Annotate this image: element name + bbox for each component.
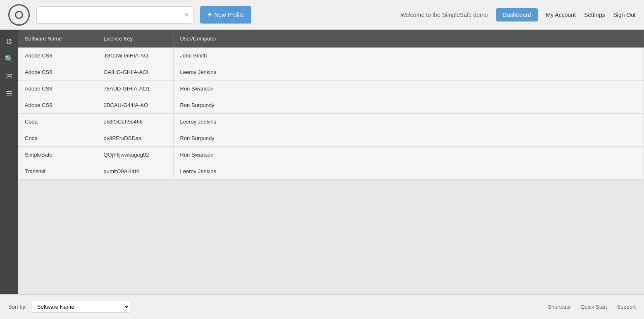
cell-extra [250,130,644,147]
col-header-extra [250,30,644,48]
cell-software-name: Transmit [18,163,97,180]
col-header-user-computer: User/Computer [173,30,250,48]
table-row[interactable]: Coda ek8f9iCeh9e466 Leeroy Jenkins [18,114,644,130]
dashboard-button[interactable]: Dashboard [496,8,538,21]
cell-user-computer: Ron Burgundy [173,130,250,147]
cell-extra [250,48,644,64]
cell-extra [250,163,644,180]
sort-by-label: Sort by: [8,304,27,310]
cell-user-computer: Leeroy Jenkins [173,114,250,130]
cell-licence-key: ek8f9iCeh9e466 [97,114,173,130]
cell-licence-key: OAIHG-GIHIA-AOI [97,64,173,81]
cell-extra [250,114,644,130]
col-header-software-name: Software Name [18,30,97,48]
quick-start-link[interactable]: Quick Start [580,304,607,310]
cell-user-computer: Ron Swanson [173,81,250,97]
plus-icon: + [208,10,212,19]
software-table: Software Name Licence Key User/Computer … [18,30,644,180]
cell-extra [250,147,644,163]
settings-link[interactable]: Settings [584,12,605,18]
clear-icon[interactable]: ✕ [184,11,189,19]
cell-software-name: Coda [18,114,97,130]
welcome-text: Welcome to the SimpleSafe demo [401,12,488,18]
cell-user-computer: Ron Burgundy [173,97,250,114]
cell-software-name: Adobe CS6 [18,64,97,81]
logo-inner [15,11,23,19]
footer: Sort by: Software NameLicence KeyUser/Co… [0,294,644,319]
shortcuts-link[interactable]: Shortcuts [548,304,570,310]
search-input[interactable] [41,12,184,18]
my-account-link[interactable]: My Account [546,12,576,18]
search-container: ✕ [36,6,193,24]
header: ✕ + New Profile Welcome to the SimpleSaf… [0,0,644,30]
table-row[interactable]: Coda dv8PEruDSDas Ron Burgundy [18,130,644,147]
cell-user-computer: Leeroy Jenkins [173,163,250,180]
cell-software-name: Adobe CS6 [18,81,97,97]
new-profile-button[interactable]: + New Profile [200,6,251,24]
header-nav: Welcome to the SimpleSafe demo Dashboard… [401,8,636,21]
cell-licence-key: qumitO9Aj4at4 [97,163,173,180]
cell-software-name: SimpleSafe [18,147,97,163]
sign-out-link[interactable]: Sign Out [613,12,636,18]
sidebar-search-icon[interactable]: 🔍 [1,51,17,67]
table-row[interactable]: Adobe CS6 OAIHG-GIHIA-AOI Leeroy Jenkins [18,64,644,81]
table-header-row: Software Name Licence Key User/Computer [18,30,644,48]
cell-extra [250,81,644,97]
cell-user-computer: Ron Swanson [173,147,250,163]
cell-software-name: Adobe CS6 [18,48,97,64]
sidebar: ⚙ 🔍 ✉ ☰ [0,30,18,294]
table-row[interactable]: Adobe CS6 0BCAU-G44IA-AO Ron Burgundy [18,97,644,114]
cell-licence-key: QOjYIljwwkageg02 [97,147,173,163]
cell-licence-key: dv8PEruDSDas [97,130,173,147]
sidebar-list-icon[interactable]: ☰ [1,86,17,102]
sidebar-gear-icon[interactable]: ⚙ [1,34,17,50]
cell-licence-key: 78AUD-GIHIA-AO1 [97,81,173,97]
cell-user-computer: John Smith [173,48,250,64]
col-header-licence-key: Licence Key [97,30,173,48]
main-layout: ⚙ 🔍 ✉ ☰ Software Name Licence Key User/C… [0,30,644,294]
cell-extra [250,64,644,81]
table-row[interactable]: SimpleSafe QOjYIljwwkageg02 Ron Swanson [18,147,644,163]
table-row[interactable]: Transmit qumitO9Aj4at4 Leeroy Jenkins [18,163,644,180]
cell-licence-key: 0BCAU-G44IA-AO [97,97,173,114]
cell-software-name: Adobe CS6 [18,97,97,114]
cell-extra [250,97,644,114]
support-link[interactable]: Support [617,304,636,310]
cell-licence-key: JGOJW-GIHIA-AO [97,48,173,64]
footer-links: Shortcuts Quick Start Support [548,304,636,310]
cell-software-name: Coda [18,130,97,147]
table-container: Software Name Licence Key User/Computer … [18,30,644,180]
table-row[interactable]: Adobe CS6 78AUD-GIHIA-AO1 Ron Swanson [18,81,644,97]
logo [8,4,30,26]
sort-select[interactable]: Software NameLicence KeyUser/Computer [31,301,130,313]
new-profile-label: New Profile [215,12,244,18]
cell-user-computer: Leeroy Jenkins [173,64,250,81]
table-row[interactable]: Adobe CS6 JGOJW-GIHIA-AO John Smith [18,48,644,64]
content-area: Software Name Licence Key User/Computer … [18,30,644,294]
sidebar-mail-icon[interactable]: ✉ [1,69,17,84]
